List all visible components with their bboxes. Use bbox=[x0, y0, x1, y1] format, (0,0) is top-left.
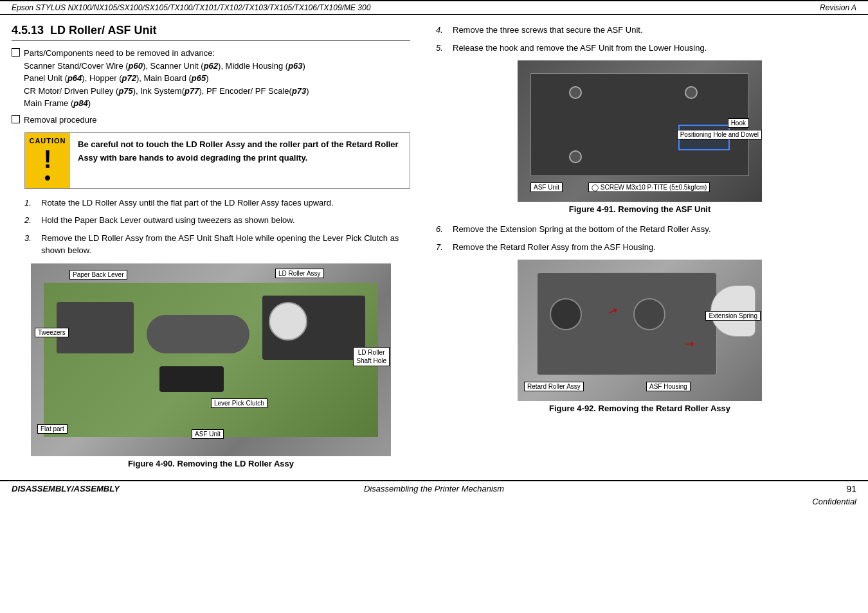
page-footer: DISASSEMBLY/ASSEMBLY Disassembling the P… bbox=[0, 480, 868, 497]
caution-text: Be careful not to touch the LD Roller As… bbox=[70, 133, 410, 188]
step-6-num: 6. bbox=[436, 223, 448, 236]
label-tweezers: Tweezers bbox=[35, 328, 69, 337]
right-steps-4-5: 4. Remove the three screws that secure t… bbox=[436, 24, 856, 54]
caution-dot: • bbox=[44, 172, 51, 184]
step-4-text: Remove the three screws that secure the … bbox=[453, 24, 643, 37]
checkbox-icon-2 bbox=[12, 115, 20, 123]
label-hook: Hook bbox=[728, 118, 749, 128]
step-3-num: 3. bbox=[24, 232, 36, 257]
step-3-text: Remove the LD Roller Assy from the ASF U… bbox=[41, 232, 410, 257]
caution-label-block: CAUTION ! • bbox=[25, 133, 70, 188]
header-title: Epson STYLUS NX100/NX105/SX100/SX105/TX1… bbox=[12, 3, 370, 12]
label-screw-fig91: ◯ SCREW M3x10 P-TITE (5±0.5kgfcm) bbox=[588, 182, 710, 192]
label-lever-pick-clutch: Lever Pick Clutch bbox=[211, 398, 267, 408]
step-4: 4. Remove the three screws that secure t… bbox=[436, 24, 856, 37]
step-7-text: Remove the Retard Roller Assy from the A… bbox=[453, 241, 656, 254]
label-asf-housing: ASF Housing bbox=[646, 382, 691, 391]
step-1: 1. Rotate the LD Roller Assy until the f… bbox=[24, 197, 410, 209]
label-flat-part: Flat part bbox=[37, 424, 68, 434]
figure-92-caption: Figure 4-92. Removing the Retard Roller … bbox=[423, 404, 856, 413]
step-2: 2. Hold the Paper Back Lever outward usi… bbox=[24, 214, 410, 227]
footer-center: Disassembling the Printer Mechanism bbox=[364, 484, 504, 493]
figure-91-caption: Figure 4-91. Removing the ASF Unit bbox=[423, 204, 856, 214]
left-column: 4.5.13 LD Roller/ ASF Unit Parts/Compone… bbox=[12, 24, 410, 474]
page-header: Epson STYLUS NX100/NX105/SX100/SX105/TX1… bbox=[0, 0, 868, 15]
step-1-text: Rotate the LD Roller Assy until the flat… bbox=[41, 197, 334, 209]
footer-page: 91 bbox=[846, 484, 856, 494]
figure-90-caption: Figure 4-90. Removing the LD Roller Assy bbox=[12, 459, 410, 468]
checklist-text-2: Removal procedure bbox=[24, 114, 96, 127]
confidential-text: Confidential bbox=[0, 497, 868, 509]
label-retard-roller-assy: Retard Roller Assy bbox=[524, 382, 584, 391]
step-5-text: Release the hook and remove the ASF Unit… bbox=[453, 42, 707, 55]
step-4-num: 4. bbox=[436, 24, 448, 37]
caution-label-text: CAUTION bbox=[29, 137, 66, 145]
step-5-num: 5. bbox=[436, 42, 448, 55]
right-column: 4. Remove the three screws that secure t… bbox=[423, 24, 856, 474]
step-5: 5. Release the hook and remove the ASF U… bbox=[436, 42, 856, 55]
checkbox-icon-1 bbox=[12, 48, 20, 57]
figure-90-container: Paper Back Lever Tweezers LD Roller Assy… bbox=[12, 263, 410, 468]
step-2-text: Hold the Paper Back Lever outward using … bbox=[41, 214, 295, 227]
checklist-item-1: Parts/Components need to be removed in a… bbox=[12, 47, 410, 110]
label-extension-spring: Extension Spring bbox=[705, 311, 761, 321]
step-6-text: Remove the Extension Spring at the botto… bbox=[453, 223, 711, 236]
step-7: 7. Remove the Retard Roller Assy from th… bbox=[436, 241, 856, 254]
right-steps-6-7: 6. Remove the Extension Spring at the bo… bbox=[436, 223, 856, 253]
footer-left: DISASSEMBLY/ASSEMBLY bbox=[12, 484, 120, 493]
checklist-text-1: Parts/Components need to be removed in a… bbox=[24, 47, 309, 110]
label-asf-unit-fig90: ASF Unit bbox=[192, 429, 224, 439]
label-positioning-hole: Positioning Hole and Dowel bbox=[677, 130, 762, 139]
step-1-num: 1. bbox=[24, 197, 36, 209]
label-ld-roller-assy: LD Roller Assy bbox=[275, 269, 324, 278]
header-revision: Revision A bbox=[820, 3, 856, 12]
figure-92-container: Extension Spring Retard Roller Assy ASF … bbox=[423, 260, 856, 413]
step-2-num: 2. bbox=[24, 214, 36, 227]
left-steps: 1. Rotate the LD Roller Assy until the f… bbox=[24, 197, 410, 257]
caution-box: CAUTION ! • Be careful not to touch the … bbox=[24, 132, 410, 189]
checklist-item-2: Removal procedure bbox=[12, 114, 410, 127]
step-3: 3. Remove the LD Roller Assy from the AS… bbox=[24, 232, 410, 257]
label-ld-roller-shaft-hole: LD RollerShaft Hole bbox=[353, 347, 390, 366]
step-6: 6. Remove the Extension Spring at the bo… bbox=[436, 223, 856, 236]
main-content: 4.5.13 LD Roller/ ASF Unit Parts/Compone… bbox=[0, 15, 868, 474]
figure-91-container: Hook Positioning Hole and Dowel ASF Unit… bbox=[423, 60, 856, 214]
section-title: 4.5.13 LD Roller/ ASF Unit bbox=[12, 24, 410, 40]
label-paper-back-lever: Paper Back Lever bbox=[69, 270, 127, 280]
label-asf-unit-fig91: ASF Unit bbox=[530, 182, 563, 192]
step-7-num: 7. bbox=[436, 241, 448, 254]
